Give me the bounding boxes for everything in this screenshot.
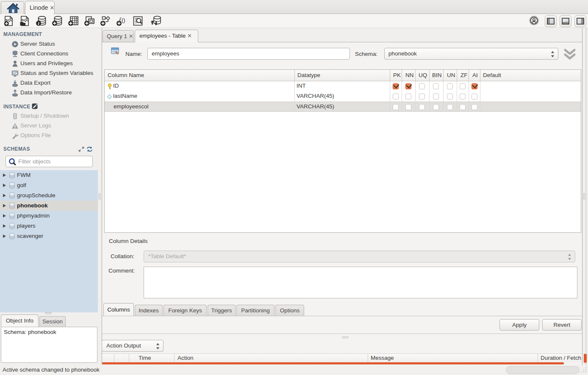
svg-text:(): ()	[122, 17, 125, 23]
svg-text:SQL: SQL	[22, 18, 29, 22]
